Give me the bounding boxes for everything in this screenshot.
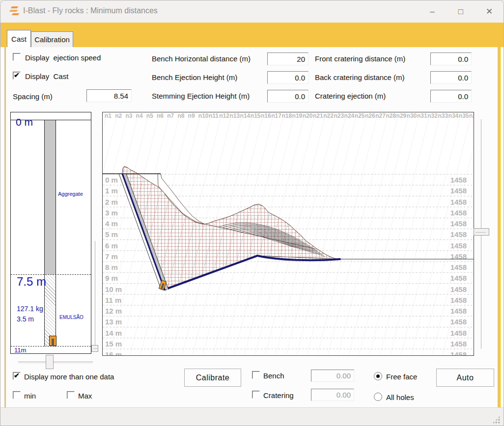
svg-text:n25: n25 <box>355 112 365 119</box>
svg-text:n33: n33 <box>438 112 448 119</box>
explosive-name: EMULSÃO <box>59 315 84 320</box>
svg-text:10 m: 10 m <box>105 285 122 293</box>
svg-text:8 m: 8 m <box>105 263 118 271</box>
svg-text:1458: 1458 <box>450 219 467 228</box>
window-title: I-Blast - Fly rocks : Minimum distances <box>23 6 158 15</box>
cratering-checkbox[interactable] <box>252 391 260 399</box>
svg-text:1458: 1458 <box>450 307 467 315</box>
chart-vertical-slider-thumb[interactable] <box>474 228 489 236</box>
svg-text:n23: n23 <box>334 112 344 119</box>
svg-text:n1: n1 <box>105 112 112 119</box>
tab-cast[interactable]: Cast <box>7 30 31 47</box>
all-holes-radio[interactable] <box>374 393 382 401</box>
svg-text:n18: n18 <box>281 112 292 119</box>
display-ejection-speed-checkbox[interactable] <box>13 53 21 61</box>
stemming-column <box>44 120 56 274</box>
svg-text:n24: n24 <box>344 112 355 119</box>
svg-text:12 m: 12 m <box>105 307 122 315</box>
display-cast-label: Display Cast <box>25 72 68 80</box>
svg-text:1 m: 1 m <box>105 186 118 195</box>
svg-text:1458: 1458 <box>450 209 467 217</box>
spacing-label: Spacing (m) <box>13 92 53 101</box>
borehole-vertical-slider-thumb[interactable] <box>91 345 98 352</box>
borehole-top-depth: 0 m <box>16 116 33 128</box>
blast-profile-svg: n1n2n3n4n5n6n7n8n9n10n11n12n13n14n15n16n… <box>103 112 474 355</box>
svg-text:1458: 1458 <box>450 274 467 282</box>
free-face-label: Free face <box>386 373 417 381</box>
front-cratering-label: Front cratering distance (m) <box>315 54 405 63</box>
auto-button[interactable]: Auto <box>436 369 494 387</box>
cast-pile <box>122 166 340 290</box>
svg-text:n8: n8 <box>177 112 184 119</box>
bench-ejection-label: Bench Ejection Height (m) <box>152 73 237 81</box>
resize-grip[interactable] <box>492 416 500 424</box>
svg-text:1458: 1458 <box>450 296 467 304</box>
svg-text:n36: n36 <box>469 112 474 119</box>
cratering-value-input[interactable] <box>311 389 354 401</box>
tab-calibration[interactable]: Calibration <box>31 31 73 47</box>
free-face-radio[interactable] <box>374 372 382 380</box>
min-label: min <box>24 392 36 400</box>
depth-slider-track[interactable] <box>18 362 93 364</box>
display-cast-checkbox[interactable] <box>13 72 21 80</box>
svg-text:7 m: 7 m <box>105 252 118 261</box>
svg-text:n6: n6 <box>157 112 164 119</box>
svg-text:n31: n31 <box>417 112 427 119</box>
svg-text:n7: n7 <box>167 112 174 119</box>
svg-text:4 m: 4 m <box>105 219 118 228</box>
svg-text:13 m: 13 m <box>105 318 122 326</box>
blast-profile-chart: n1n2n3n4n5n6n7n8n9n10n11n12n13n14n15n16n… <box>102 112 474 356</box>
close-button[interactable]: ✕ <box>475 0 504 23</box>
bench-ejection-input[interactable] <box>267 71 308 84</box>
svg-text:n20: n20 <box>303 112 313 119</box>
depth-slider-thumb[interactable] <box>46 355 54 369</box>
svg-text:n28: n28 <box>386 112 396 119</box>
tab-strip: Cast Calibration <box>0 23 504 47</box>
spacing-input[interactable] <box>86 89 132 102</box>
borehole-vertical-slider-track[interactable] <box>95 241 95 350</box>
svg-text:16 m: 16 m <box>105 350 122 355</box>
borehole-panel: 0 m Aggregate 7.5 m 127.1 kg 3.5 m EMULS… <box>10 112 91 354</box>
max-checkbox[interactable] <box>67 391 75 399</box>
all-holes-label: All holes <box>386 393 414 401</box>
bench-checkbox[interactable] <box>252 371 260 379</box>
charge-mass: 127.1 kg <box>17 305 43 313</box>
svg-text:n34: n34 <box>448 112 459 119</box>
max-label: Max <box>78 392 92 400</box>
front-cratering-input[interactable] <box>430 53 472 65</box>
svg-text:1458: 1458 <box>450 329 467 337</box>
minimize-button[interactable]: – <box>418 0 447 23</box>
back-cratering-input[interactable] <box>430 71 472 84</box>
app-window: I-Blast - Fly rocks : Minimum distances … <box>0 0 504 426</box>
svg-text:1458: 1458 <box>450 350 467 355</box>
charge-top-depth: 7.5 m <box>17 275 46 289</box>
svg-text:n2: n2 <box>115 112 122 119</box>
svg-text:1458: 1458 <box>450 198 467 206</box>
svg-text:1458: 1458 <box>450 186 467 195</box>
calibrate-button[interactable]: Calibrate <box>184 369 241 387</box>
svg-text:n4: n4 <box>136 112 143 119</box>
cratering-ejection-input[interactable] <box>430 90 472 103</box>
svg-text:n3: n3 <box>125 112 132 119</box>
svg-text:1458: 1458 <box>450 241 467 250</box>
stemming-ejection-input[interactable] <box>267 90 308 103</box>
bench-label: Bench <box>263 372 284 380</box>
svg-text:15 m: 15 m <box>105 340 122 348</box>
stemming-ejection-label: Stemming Ejection Height (m) <box>152 92 250 100</box>
maximize-button[interactable]: □ <box>447 0 475 23</box>
svg-text:n30: n30 <box>407 112 417 119</box>
min-checkbox[interactable] <box>13 391 21 399</box>
svg-text:n35: n35 <box>459 112 469 119</box>
bench-value-input[interactable] <box>311 370 354 382</box>
bench-horizontal-input[interactable] <box>267 53 308 65</box>
left-accent-stripe <box>4 47 6 407</box>
display-more-checkbox[interactable] <box>13 372 21 380</box>
svg-text:6 m: 6 m <box>105 241 118 250</box>
svg-text:3 m: 3 m <box>105 209 118 217</box>
svg-text:n16: n16 <box>261 112 271 119</box>
svg-text:2 m: 2 m <box>105 198 118 206</box>
footer-strip <box>0 408 504 426</box>
svg-text:n10: n10 <box>198 112 209 119</box>
svg-text:1458: 1458 <box>450 263 467 271</box>
svg-text:n22: n22 <box>323 112 334 119</box>
